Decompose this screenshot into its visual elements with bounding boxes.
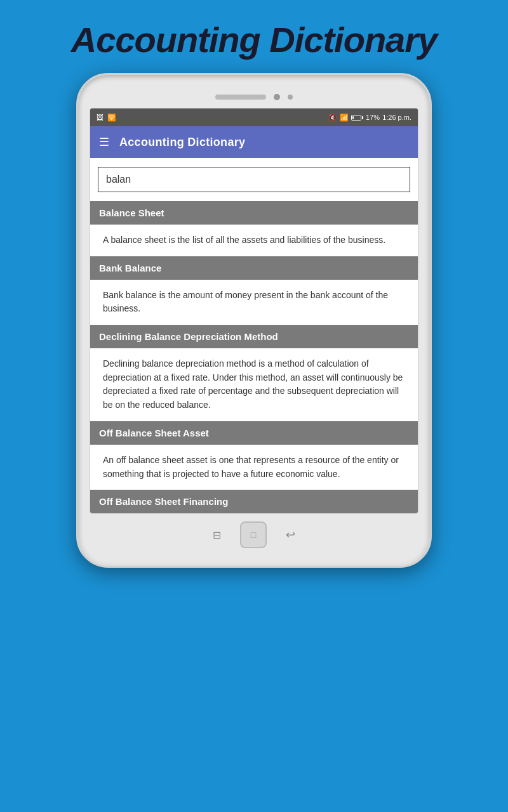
search-input[interactable] xyxy=(98,167,410,192)
battery-percent: 17% xyxy=(366,114,380,121)
mute-icon: 🔇 xyxy=(328,114,337,122)
entry-term-declining-balance[interactable]: Declining Balance Depreciation Method xyxy=(90,325,418,348)
entry-term-off-balance-asset[interactable]: Off Balance Sheet Asset xyxy=(90,421,418,445)
image-icon: 🖼 xyxy=(97,114,104,121)
status-left-icons: 🖼 🛜 xyxy=(97,114,116,122)
phone-top-bar xyxy=(90,94,418,100)
back-button[interactable]: ↩ xyxy=(286,528,295,542)
entry-term-bank-balance[interactable]: Bank Balance xyxy=(90,256,418,280)
phone-camera xyxy=(274,94,280,100)
battery-indicator xyxy=(351,115,363,121)
entry-term-balance-sheet[interactable]: Balance Sheet xyxy=(90,201,418,225)
phone-bottom-bar: ⊟ □ ↩ xyxy=(90,521,418,548)
phone-sensor xyxy=(288,95,293,100)
entry-definition-declining-balance: Declining balance depreciation method is… xyxy=(90,348,418,421)
time-display: 1:26 p.m. xyxy=(382,114,411,121)
phone-screen: 🖼 🛜 🔇 📶 17% 1:26 p.m. ☰ Accounting Dicti… xyxy=(90,108,418,514)
signal-icon: 📶 xyxy=(340,114,349,122)
app-toolbar: ☰ Accounting Dictionary xyxy=(90,126,418,158)
entry-term-off-balance-financing[interactable]: Off Balance Sheet Financing xyxy=(90,490,418,513)
toolbar-title: Accounting Dictionary xyxy=(119,136,245,149)
dictionary-content: Balance Sheet A balance sheet is the lis… xyxy=(90,201,418,513)
menu-button[interactable]: ⊟ xyxy=(213,529,221,541)
home-button[interactable]: □ xyxy=(240,521,267,548)
entry-definition-off-balance-asset: An off balance sheet asset is one that r… xyxy=(90,445,418,490)
entry-definition-bank-balance: Bank balance is the amount of money pres… xyxy=(90,280,418,325)
hamburger-menu-icon[interactable]: ☰ xyxy=(99,135,109,149)
phone-device: 🖼 🛜 🔇 📶 17% 1:26 p.m. ☰ Accounting Dicti… xyxy=(76,73,432,568)
status-bar: 🖼 🛜 🔇 📶 17% 1:26 p.m. xyxy=(90,108,418,126)
phone-speaker xyxy=(215,95,266,100)
search-container xyxy=(90,158,418,201)
page-title: Accounting Dictionary xyxy=(71,19,437,60)
status-right-area: 🔇 📶 17% 1:26 p.m. xyxy=(328,114,411,122)
wifi-icon: 🛜 xyxy=(107,114,116,122)
entry-definition-balance-sheet: A balance sheet is the list of all the a… xyxy=(90,225,418,256)
